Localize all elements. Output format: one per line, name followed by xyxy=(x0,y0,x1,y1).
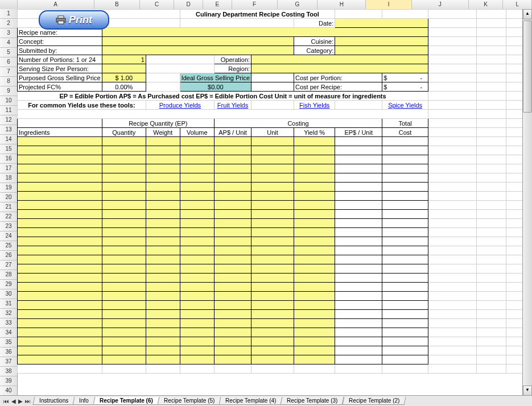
selling-field[interactable]: $ 1.00 xyxy=(102,73,146,82)
unit-cell[interactable] xyxy=(251,292,294,301)
apunit-cell[interactable] xyxy=(214,228,251,237)
volume-cell[interactable] xyxy=(180,310,214,319)
apunit-cell[interactable] xyxy=(214,173,251,183)
volume-cell[interactable] xyxy=(180,164,214,173)
row-header-27[interactable]: 27 xyxy=(0,260,17,270)
row-header-28[interactable]: 28 xyxy=(0,270,17,280)
row-header-3[interactable]: 3 xyxy=(0,28,17,38)
ingredient-cell[interactable] xyxy=(18,219,102,228)
ingredient-cell[interactable] xyxy=(18,173,102,183)
unit-cell[interactable] xyxy=(251,319,294,328)
ingredient-cell[interactable] xyxy=(18,192,102,201)
sheet-tab[interactable]: Recipe Template (5) xyxy=(157,397,221,405)
qty-cell[interactable] xyxy=(102,183,146,192)
submitted-field[interactable] xyxy=(102,46,294,55)
col-header-corner[interactable] xyxy=(0,0,18,9)
volume-cell[interactable] xyxy=(180,228,214,237)
unit-cell[interactable] xyxy=(251,210,294,219)
row-header-22[interactable]: 22 xyxy=(0,212,17,222)
qty-cell[interactable] xyxy=(102,319,146,328)
ingredient-cell[interactable] xyxy=(18,255,102,264)
row-header-21[interactable]: 21 xyxy=(0,202,17,212)
unit-cell[interactable] xyxy=(251,246,294,255)
row-header-31[interactable]: 31 xyxy=(0,299,17,309)
qty-cell[interactable] xyxy=(102,146,146,155)
yield-cell[interactable] xyxy=(294,201,335,210)
unit-cell[interactable] xyxy=(251,264,294,274)
row-header-8[interactable]: 8 xyxy=(0,77,17,86)
weight-cell[interactable] xyxy=(146,301,180,310)
sheet-tab[interactable]: Recipe Template (4) xyxy=(218,397,282,405)
unit-cell[interactable] xyxy=(251,255,294,264)
yield-cell[interactable] xyxy=(294,246,335,255)
volume-cell[interactable] xyxy=(180,137,214,146)
yield-cell[interactable] xyxy=(294,210,335,219)
qty-cell[interactable] xyxy=(102,274,146,283)
qty-cell[interactable] xyxy=(102,283,146,292)
unit-cell[interactable] xyxy=(251,173,294,183)
weight-cell[interactable] xyxy=(146,283,180,292)
unit-cell[interactable] xyxy=(251,219,294,228)
volume-cell[interactable] xyxy=(180,210,214,219)
apunit-cell[interactable] xyxy=(214,355,251,364)
ingredient-cell[interactable] xyxy=(18,164,102,173)
ingredient-cell[interactable] xyxy=(18,155,102,164)
weight-cell[interactable] xyxy=(146,355,180,364)
weight-cell[interactable] xyxy=(146,255,180,264)
ingredient-cell[interactable] xyxy=(18,355,102,364)
qty-cell[interactable] xyxy=(102,264,146,274)
recipe-field[interactable] xyxy=(102,28,428,37)
volume-cell[interactable] xyxy=(180,264,214,274)
qty-cell[interactable] xyxy=(102,328,146,337)
qty-cell[interactable] xyxy=(102,355,146,364)
row-header-32[interactable]: 32 xyxy=(0,309,17,318)
portions-field[interactable]: 1 xyxy=(102,55,146,64)
row-header-35[interactable]: 35 xyxy=(0,338,17,347)
apunit-cell[interactable] xyxy=(214,255,251,264)
weight-cell[interactable] xyxy=(146,346,180,355)
link-fruit[interactable]: Fruit Yields xyxy=(214,101,251,110)
nav-first-icon[interactable]: ⏮ xyxy=(2,398,10,404)
unit-cell[interactable] xyxy=(251,237,294,246)
link-fish[interactable]: Fish Yields xyxy=(294,101,335,110)
yield-cell[interactable] xyxy=(294,219,335,228)
col-header-I[interactable]: I xyxy=(366,0,411,9)
unit-cell[interactable] xyxy=(251,155,294,164)
unit-cell[interactable] xyxy=(251,201,294,210)
unit-cell[interactable] xyxy=(251,183,294,192)
apunit-cell[interactable] xyxy=(214,346,251,355)
weight-cell[interactable] xyxy=(146,164,180,173)
qty-cell[interactable] xyxy=(102,310,146,319)
unit-cell[interactable] xyxy=(251,301,294,310)
apunit-cell[interactable] xyxy=(214,246,251,255)
row-header-1[interactable]: 1 xyxy=(0,9,17,19)
sheet-tab[interactable]: Info xyxy=(73,397,96,405)
unit-cell[interactable] xyxy=(251,355,294,364)
region-field[interactable] xyxy=(251,64,428,73)
ingredient-cell[interactable] xyxy=(18,264,102,274)
apunit-cell[interactable] xyxy=(214,301,251,310)
row-header-2[interactable]: 2 xyxy=(0,19,17,28)
print-button[interactable]: Print xyxy=(39,10,109,30)
sheet-tab[interactable]: Recipe Template (6) xyxy=(93,397,159,405)
qty-cell[interactable] xyxy=(102,192,146,201)
weight-cell[interactable] xyxy=(146,292,180,301)
ingredient-cell[interactable] xyxy=(18,346,102,355)
qty-cell[interactable] xyxy=(102,155,146,164)
col-header-H[interactable]: H xyxy=(317,0,366,9)
volume-cell[interactable] xyxy=(180,183,214,192)
apunit-cell[interactable] xyxy=(214,164,251,173)
ingredient-cell[interactable] xyxy=(18,301,102,310)
volume-cell[interactable] xyxy=(180,337,214,346)
row-header-23[interactable]: 23 xyxy=(0,222,17,231)
link-spice[interactable]: Spice Yields xyxy=(382,101,428,110)
col-header-B[interactable]: B xyxy=(94,0,140,9)
yield-cell[interactable] xyxy=(294,355,335,364)
qty-cell[interactable] xyxy=(102,219,146,228)
row-header-4[interactable]: 4 xyxy=(0,38,17,48)
row-header-19[interactable]: 19 xyxy=(0,183,17,193)
row-header-5[interactable]: 5 xyxy=(0,48,17,57)
col-header-G[interactable]: G xyxy=(278,0,317,9)
volume-cell[interactable] xyxy=(180,201,214,210)
unit-cell[interactable] xyxy=(251,328,294,337)
